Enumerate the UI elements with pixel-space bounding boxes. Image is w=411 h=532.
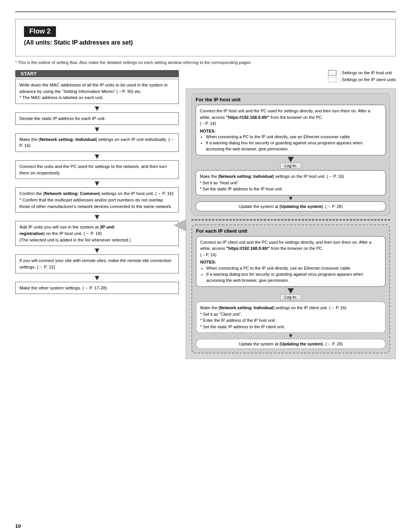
client-section-title: For each IP client unit (196, 228, 386, 234)
host-notes: NOTES: When connecting a PC to the IP un… (200, 128, 382, 153)
flow-box-7-text: If you will connect your site with remot… (19, 258, 172, 269)
client-note-2: If a warning dialog box for security or … (206, 272, 381, 284)
host-arrow-update: ▼ (196, 195, 386, 201)
right-column-wrapper: : Settings on the IP host unit : Setting… (186, 70, 396, 359)
flow-header: Flow 2 (All units: Static IP addresses a… (15, 19, 396, 56)
arrow-1: ▼ (15, 104, 179, 112)
client-settings-text: Make the [Network setting: Individual] s… (200, 305, 346, 329)
right-panel-container: ◀ For the IP host unit Connect the IP ho… (186, 88, 396, 359)
main-layout: START Write down the MAC addresses of al… (15, 70, 396, 359)
host-connect-text: Connect the IP host unit and the PC used… (200, 109, 370, 126)
client-login-arrow-tri (288, 288, 294, 294)
host-login-label: Log in. (280, 163, 301, 169)
client-notes: NOTES: When connecting a PC to the IP un… (200, 259, 381, 284)
flow-box-2-text: Decide the static IP address for each IP… (19, 116, 106, 121)
arrow-4: ▼ (15, 179, 179, 187)
legend-item-host: : Settings on the IP host unit (328, 70, 396, 75)
flow-box-6-text: Add IP units you will use in the system … (19, 225, 131, 242)
page-number: 10 (15, 523, 21, 529)
ip-client-section: For each IP client unit Connect an IP cl… (191, 224, 390, 353)
flow-box-1-text: Write down the MAC addresses of all the … (19, 83, 168, 100)
client-login-label: Log in. (280, 294, 301, 300)
flow-box-5-text: Confirm the [Network setting: Common] se… (19, 191, 174, 208)
host-settings-box: Make the [Network setting: Individual] s… (196, 170, 386, 195)
legend: : Settings on the IP host unit : Setting… (328, 70, 396, 82)
host-notes-label: NOTES: (200, 129, 216, 133)
ip-host-section: For the IP host unit Connect the IP host… (191, 93, 390, 216)
flow-box-1: Write down the MAC addresses of all the … (15, 79, 179, 104)
flow-box-6: Add IP units you will use in the system … (15, 221, 179, 246)
client-connect-text: Connect an IP client unit and the PC use… (200, 240, 371, 257)
arrow-6: ▼ (15, 246, 179, 254)
flow-box-4-text: Connect the units and the PC used for se… (19, 164, 167, 175)
legend-row: : Settings on the IP host unit : Setting… (186, 70, 396, 86)
client-update-text: Update the system at [Updating the syste… (239, 342, 342, 346)
host-settings-text: Make the [Network setting: Individual] s… (200, 174, 344, 191)
legend-item-client: : Settings on the IP client units (328, 77, 396, 82)
client-notes-label: NOTES: (200, 260, 216, 264)
left-column: START Write down the MAC addresses of al… (15, 70, 179, 359)
flow-box-3-text: Make the [Network setting: Individual] s… (19, 137, 174, 148)
client-note-1: When connecting a PC to the IP unit dire… (206, 265, 381, 272)
host-note-1: When connecting a PC to the IP unit dire… (206, 134, 382, 140)
client-settings-box: Make the [Network setting: Individual] s… (196, 302, 386, 333)
client-login-arrow: Log in. (196, 288, 386, 300)
host-login-arrow: Log in. (196, 157, 386, 169)
dashed-separator (191, 219, 390, 220)
flow-box-8: Make the other system settings. (→ P. 17… (15, 282, 179, 294)
flow-title: Flow 2 (24, 26, 56, 37)
flow-box-7: If you will connect your site with remot… (15, 254, 179, 273)
arrow-7: ▼ (15, 273, 179, 282)
arrow-2: ▼ (15, 125, 179, 133)
start-badge: START (15, 70, 179, 77)
host-update-box: Update the system at [Updating the syste… (196, 201, 386, 211)
legend-dashed-label: : Settings on the IP client units (339, 77, 396, 82)
legend-dashed-box (328, 77, 336, 82)
legend-solid-label: : Settings on the IP host unit (339, 70, 392, 75)
flow-box-5: Confirm the [Network setting: Common] se… (15, 187, 179, 212)
client-update-box: Update the system at [Updating the syste… (196, 339, 386, 349)
host-login-arrow-tri (288, 157, 294, 162)
right-panel: For the IP host unit Connect the IP host… (186, 88, 396, 359)
flow-box-8-text: Make the other system settings. (→ P. 17… (19, 286, 107, 290)
flow-box-4: Connect the units and the PC used for se… (15, 160, 179, 179)
arrow-5: ▼ (15, 212, 179, 221)
host-connect-box: Connect the IP host unit and the PC used… (196, 105, 386, 155)
flow-subtitle: (All units: Static IP addresses are set) (24, 39, 387, 46)
page-note: * This is the outline of setting flow. A… (15, 60, 396, 65)
host-note-2: If a warning dialog box for security or … (206, 140, 382, 152)
host-section-title: For the IP host unit (196, 97, 386, 102)
flow-box-3: Make the [Network setting: Individual] s… (15, 133, 179, 152)
client-connect-box: Connect an IP client unit and the PC use… (196, 236, 386, 287)
arrow-3: ▼ (15, 152, 179, 160)
legend-solid-box (328, 70, 336, 75)
host-update-text: Update the system at [Updating the syste… (239, 204, 342, 209)
flow-box-2: Decide the static IP address for each IP… (15, 112, 179, 125)
client-arrow-update: ▼ (196, 333, 386, 339)
